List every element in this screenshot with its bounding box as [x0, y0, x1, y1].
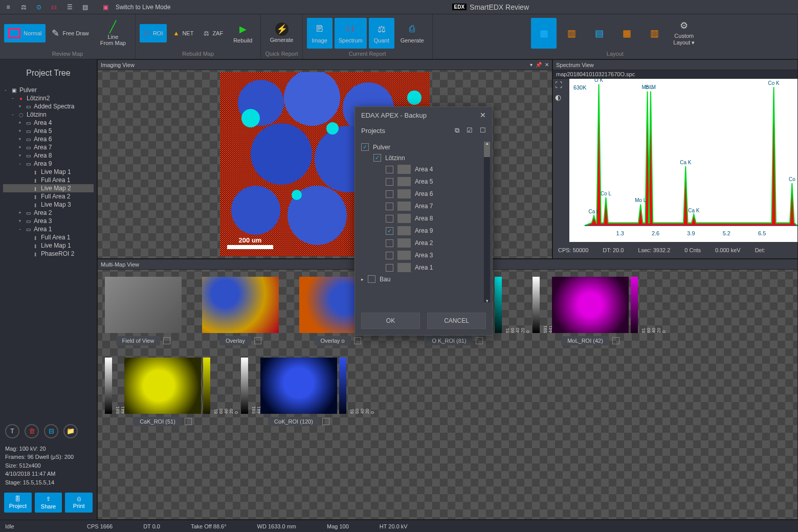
- tree-item[interactable]: -▭Area 1: [3, 225, 94, 233]
- tree-item[interactable]: +▭Area 2: [3, 209, 94, 217]
- tree-item[interactable]: +▭Area 3: [3, 217, 94, 225]
- map-thumb[interactable]: Overlay: [202, 277, 279, 345]
- map-thumb[interactable]: 5914412941470816040200MoL_ROI (42): [533, 277, 648, 345]
- checkbox[interactable]: [386, 203, 393, 210]
- map-thumb[interactable]: Field of View: [105, 277, 182, 345]
- layout-4-button[interactable]: ▦: [614, 18, 639, 49]
- checkbox[interactable]: ✓: [386, 227, 393, 235]
- project-item[interactable]: Area 2: [361, 237, 486, 249]
- project-item[interactable]: ▸ Bau: [361, 274, 486, 284]
- thumb-checkbox[interactable]: [612, 337, 619, 344]
- layout-3-button[interactable]: ▤: [586, 18, 612, 49]
- copy-icon[interactable]: ⧉: [455, 126, 459, 135]
- checkbox[interactable]: ✓: [361, 143, 369, 151]
- tree-item[interactable]: ⫿PhaseROI 2: [3, 250, 94, 258]
- tree-item[interactable]: +▭Area 8: [3, 151, 94, 160]
- tree-item[interactable]: +▭Area 5: [3, 127, 94, 135]
- map-thumb[interactable]: 5914412941470816040200CaK_ROI (51): [105, 358, 220, 426]
- expand-icon[interactable]: ⛶: [553, 79, 569, 91]
- quant-button[interactable]: ⚖Quant: [369, 18, 394, 49]
- tree-item[interactable]: +▭Added Spectra: [3, 102, 94, 110]
- print-button[interactable]: ⎙Print: [65, 493, 93, 513]
- project-item[interactable]: ✓Pulver: [361, 142, 486, 152]
- tree-item[interactable]: +▭Area 7: [3, 143, 94, 151]
- thumb-checkbox[interactable]: [322, 418, 329, 425]
- pin-icon[interactable]: 📌: [536, 62, 542, 68]
- tree-item[interactable]: -●Lötzinn2: [3, 94, 94, 102]
- project-item[interactable]: Area 4: [361, 163, 486, 175]
- project-item[interactable]: Area 1: [361, 261, 486, 274]
- checkbox[interactable]: [386, 166, 393, 173]
- toggle-icon[interactable]: ◐: [553, 91, 569, 103]
- layout-2-button[interactable]: ▥: [559, 18, 584, 49]
- thumb-checkbox[interactable]: [354, 337, 361, 344]
- panel-menu-icon[interactable]: ▾: [530, 62, 533, 68]
- tree-item[interactable]: ⫿Full Area 1: [3, 233, 94, 241]
- thumb-checkbox[interactable]: [254, 337, 261, 344]
- delete-button[interactable]: 🗑: [25, 424, 39, 438]
- tree-item[interactable]: ⫿Live Map 3: [3, 201, 94, 209]
- map-thumb[interactable]: 5914412941470816040200CoK_ROI (120): [241, 358, 357, 426]
- current-generate-button[interactable]: ⎙Generate: [396, 18, 428, 49]
- image-button[interactable]: 🖹Image: [307, 18, 332, 49]
- ok-button[interactable]: OK: [361, 313, 420, 329]
- project-item[interactable]: Area 5: [361, 175, 486, 188]
- checkbox[interactable]: [386, 190, 393, 198]
- zaf-button[interactable]: ⚖ZAF: [199, 24, 227, 42]
- checkbox[interactable]: [368, 275, 375, 283]
- hamburger-icon[interactable]: ≡: [3, 2, 13, 12]
- thumb-checkbox[interactable]: [185, 418, 192, 425]
- cancel-button[interactable]: CANCEL: [427, 313, 486, 329]
- roi-button[interactable]: ⫶⫶ROI: [140, 24, 167, 42]
- project-item[interactable]: ✓Lötzinn: [361, 152, 486, 163]
- spectrum-button[interactable]: ⫶⫶Spectrum: [335, 18, 367, 49]
- project-item[interactable]: ✓Area 9: [361, 225, 486, 237]
- project-item[interactable]: Area 3: [361, 249, 486, 261]
- doc-icon[interactable]: ▤: [80, 2, 90, 12]
- project-button[interactable]: 🗄Project: [4, 493, 32, 513]
- rebuild-button[interactable]: ▶Rebuild: [229, 18, 256, 49]
- net-button[interactable]: ▲NET: [169, 24, 197, 42]
- normal-button[interactable]: Normal: [4, 24, 46, 42]
- uncheck-all-icon[interactable]: ☐: [480, 126, 486, 135]
- close-icon[interactable]: ✕: [545, 62, 549, 68]
- folder-button[interactable]: 📁: [63, 424, 78, 438]
- tree-item[interactable]: +▭Area 4: [3, 119, 94, 127]
- share-button[interactable]: ⇪Share: [35, 493, 62, 513]
- checkbox[interactable]: ✓: [373, 154, 381, 162]
- layout-5-button[interactable]: ▥: [641, 18, 667, 49]
- line-from-map-button[interactable]: ╱Line From Map: [95, 18, 131, 49]
- spectrum-chart[interactable]: 630K Ca LO KCo LMo LMo LBi MCa KCa KCo K…: [569, 79, 797, 242]
- db-button[interactable]: ⊟: [44, 424, 58, 438]
- list-icon[interactable]: ☰: [64, 2, 75, 12]
- tree-item[interactable]: +▭Area 6: [3, 135, 94, 143]
- close-icon[interactable]: ✕: [480, 111, 486, 119]
- checkbox[interactable]: [386, 215, 393, 223]
- switch-live-label[interactable]: Switch to Live Mode: [116, 4, 170, 11]
- tree-item[interactable]: -▭Area 9: [3, 160, 94, 168]
- balance-icon[interactable]: ⚖: [18, 2, 29, 12]
- layout-1-button[interactable]: ▦: [531, 18, 557, 49]
- tree-item[interactable]: ⫿Live Map 1: [3, 168, 94, 176]
- tree-item[interactable]: ⫿Live Map 2: [3, 184, 94, 192]
- thumb-checkbox[interactable]: [163, 337, 170, 344]
- checkbox[interactable]: [386, 178, 393, 186]
- check-all-icon[interactable]: ☑: [467, 126, 473, 135]
- tree-item[interactable]: -◌Lötzinn: [3, 110, 94, 119]
- atom-icon[interactable]: ⊙: [34, 2, 44, 12]
- live-mode-icon[interactable]: ▣: [100, 2, 110, 12]
- checkbox[interactable]: [386, 239, 393, 247]
- tree-item[interactable]: -▣Pulver: [3, 86, 94, 94]
- tree-item[interactable]: ⫿Full Area 2: [3, 192, 94, 201]
- chart-icon[interactable]: ⫾⫾: [49, 2, 59, 12]
- project-item[interactable]: Area 7: [361, 200, 486, 212]
- tree-item[interactable]: ⫿Full Area 1: [3, 176, 94, 184]
- thumb-checkbox[interactable]: [476, 337, 483, 344]
- checkbox[interactable]: [386, 264, 393, 272]
- checkbox[interactable]: [386, 252, 393, 259]
- free-draw-button[interactable]: ✎Free Draw: [48, 24, 93, 42]
- project-item[interactable]: Area 6: [361, 188, 486, 200]
- project-item[interactable]: Area 8: [361, 212, 486, 225]
- text-tool-button[interactable]: T: [5, 424, 19, 438]
- quick-generate-button[interactable]: ⚡Generate: [266, 18, 298, 49]
